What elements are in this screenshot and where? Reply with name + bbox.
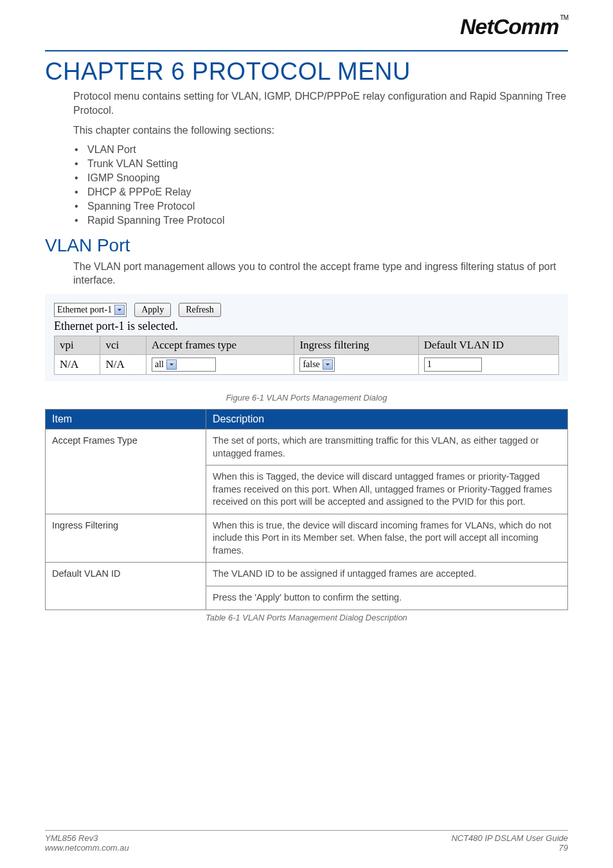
table-header-row: Item Description — [46, 409, 568, 429]
table-row: Accept Frames Type The set of ports, whi… — [46, 429, 568, 465]
cell-vpi: N/A — [55, 354, 100, 374]
description-table: Item Description Accept Frames Type The … — [45, 409, 568, 610]
refresh-label: Refresh — [186, 305, 214, 315]
ingress-select[interactable]: false — [299, 357, 334, 372]
trademark: TM — [560, 14, 568, 21]
page-footer: YML856 Rev3 www.netcomm.com.au NCT480 IP… — [45, 830, 568, 853]
list-item: Trunk VLAN Setting — [73, 158, 568, 170]
row-desc: When this is true, the device will disca… — [206, 514, 568, 563]
list-item: DHCP & PPPoE Relay — [73, 186, 568, 198]
list-item: Spanning Tree Protocol — [73, 201, 568, 212]
col-default-vlan: Default VLAN ID — [418, 336, 558, 354]
row-label: Ingress Filtering — [46, 514, 206, 563]
accept-frames-value: all — [155, 359, 164, 370]
footer-left: YML856 Rev3 www.netcomm.com.au — [45, 833, 129, 853]
row-desc: The VLAND ID to be assigned if untagged … — [206, 563, 568, 586]
refresh-button[interactable]: Refresh — [179, 303, 221, 317]
footer-page-number: 79 — [451, 843, 568, 853]
vlan-table: vpi vci Accept frames type Ingress filte… — [54, 336, 559, 375]
list-item: VLAN Port — [73, 144, 568, 156]
chapter-title: CHAPTER 6 PROTOCOL MENU — [45, 58, 568, 86]
brand-logo: NetCommTM — [460, 14, 568, 39]
header-rule — [45, 50, 568, 51]
chevron-down-icon — [114, 305, 125, 315]
cell-ingress: false — [294, 354, 418, 374]
figure-caption: Figure 6-1 VLAN Ports Management Dialog — [45, 393, 568, 402]
table-row: Default VLAN ID The VLAND ID to be assig… — [46, 563, 568, 586]
intro-paragraph-1: Protocol menu contains setting for VLAN,… — [73, 89, 568, 117]
section-list: VLAN Port Trunk VLAN Setting IGMP Snoopi… — [73, 144, 568, 226]
col-vpi: vpi — [55, 336, 100, 354]
apply-button[interactable]: Apply — [134, 303, 171, 317]
col-vci: vci — [100, 336, 146, 354]
footer-right: NCT480 IP DSLAM User Guide 79 — [451, 833, 568, 853]
port-select[interactable]: Ethernet port-1 — [54, 303, 127, 317]
list-item: Rapid Spanning Tree Protocol — [73, 215, 568, 226]
header-description: Description — [206, 409, 568, 429]
cell-default-vlan: 1 — [418, 354, 558, 374]
table-header-row: vpi vci Accept frames type Ingress filte… — [55, 336, 559, 354]
table-row: N/A N/A all false 1 — [55, 354, 559, 374]
chevron-down-icon — [166, 359, 177, 370]
row-desc: The set of ports, which are transmitting… — [206, 429, 568, 465]
col-accept-frames: Accept frames type — [146, 336, 294, 354]
row-desc: When this is Tagged, the device will dis… — [206, 466, 568, 514]
table-caption: Table 6-1 VLAN Ports Management Dialog D… — [206, 613, 568, 622]
row-label: Default VLAN ID — [46, 563, 206, 610]
ingress-value: false — [303, 359, 319, 370]
section-title: VLAN Port — [45, 235, 568, 256]
table-row: Ingress Filtering When this is true, the… — [46, 514, 568, 563]
col-ingress: Ingress filtering — [294, 336, 418, 354]
row-desc: Press the 'Apply' button to confirm the … — [206, 586, 568, 610]
footer-rev: YML856 Rev3 — [45, 833, 129, 843]
footer-doc-title: NCT480 IP DSLAM User Guide — [451, 833, 568, 843]
figure-panel: Ethernet port-1 Apply Refresh Ethernet p… — [45, 294, 568, 381]
list-item: IGMP Snooping — [73, 172, 568, 184]
figure-status: Ethernet port-1 is selected. — [54, 320, 559, 333]
row-label: Accept Frames Type — [46, 429, 206, 514]
section-paragraph: The VLAN port management allows you to c… — [73, 260, 568, 287]
intro-paragraph-2: This chapter contains the following sect… — [73, 123, 568, 138]
header-item: Item — [46, 409, 206, 429]
footer-url: www.netcomm.com.au — [45, 843, 129, 853]
default-vlan-input[interactable]: 1 — [424, 357, 482, 372]
accept-frames-select[interactable]: all — [152, 357, 216, 372]
cell-vci: N/A — [100, 354, 146, 374]
port-select-value: Ethernet port-1 — [57, 305, 112, 315]
apply-label: Apply — [141, 305, 164, 315]
cell-accept-frames: all — [146, 354, 294, 374]
chevron-down-icon — [323, 359, 333, 370]
default-vlan-value: 1 — [427, 359, 432, 369]
brand-text: NetComm — [460, 14, 559, 39]
